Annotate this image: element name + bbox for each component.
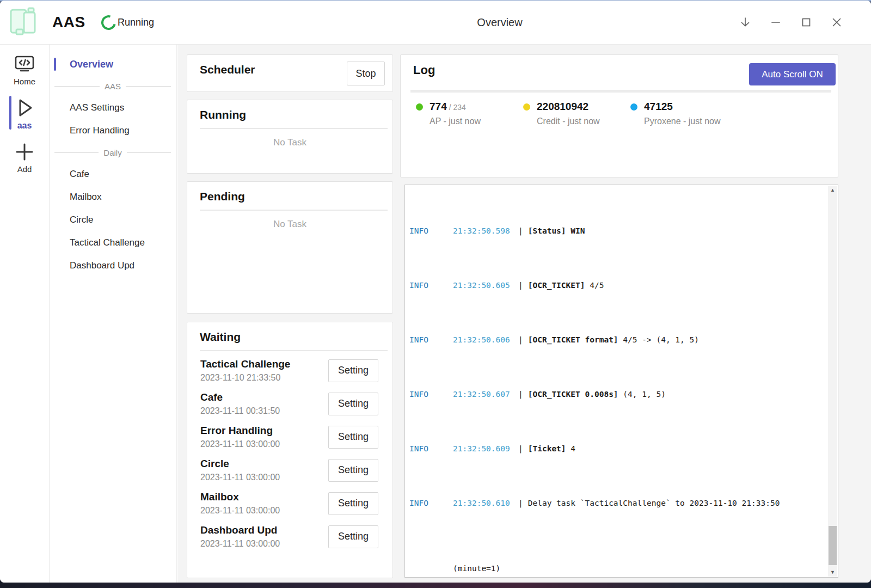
log-level: INFO	[409, 334, 453, 345]
log-line: INFO21:32:50.610|Delay task `TacticalCha…	[409, 498, 828, 509]
log-message: [Ticket] 4	[528, 444, 575, 453]
log-message: [Status] WIN	[528, 226, 585, 235]
waiting-task-next-run: 2023-11-11 03:00:00	[200, 473, 280, 482]
sidebar-item[interactable]: Mailbox	[50, 186, 176, 209]
card-divider	[410, 90, 831, 93]
log-console[interactable]: INFO21:32:50.598|[Status] WIN INFO21:32:…	[404, 185, 838, 578]
log-separator: |	[518, 498, 523, 509]
log-scrollbar[interactable]: ▲ ▼	[828, 186, 837, 577]
stat-text: 220810942 Credit - just now	[537, 101, 600, 126]
log-line-continuation: (minute=1)	[409, 563, 828, 574]
waiting-task-row: Tactical Challenge 2023-11-10 21:33:50 S…	[187, 354, 392, 387]
stat-dot-icon	[523, 103, 530, 111]
minimize-to-tray-button[interactable]	[738, 15, 753, 30]
resource-stat: 774/ 234 AP - just now	[416, 101, 523, 126]
play-icon	[0, 97, 49, 119]
scroll-up-arrow-icon[interactable]: ▲	[828, 187, 837, 193]
log-timestamp: 21:32:50.607	[453, 389, 512, 400]
waiting-task-row: Error Handling 2023-11-11 03:00:00 Setti…	[187, 420, 392, 454]
close-button[interactable]	[829, 15, 844, 30]
scroll-down-arrow-icon[interactable]: ▼	[828, 569, 837, 575]
waiting-task-next-run: 2023-11-11 03:00:00	[200, 539, 280, 549]
waiting-task-name: Error Handling	[200, 425, 280, 437]
log-line: INFO21:32:50.598|[Status] WIN	[409, 225, 828, 236]
main-content: Scheduler Stop Running No Task Pending N…	[177, 45, 871, 583]
waiting-task-row: Cafe 2023-11-11 00:31:50 Setting	[187, 387, 392, 420]
sidebar-item[interactable]: Error Handling	[50, 119, 176, 142]
rail-item-add[interactable]: Add	[0, 134, 49, 177]
setting-button[interactable]: Setting	[328, 492, 378, 515]
desktop: AAS Running Overview	[0, 0, 871, 588]
log-message: [OCR_TICKET 0.008s] (4, 1, 5)	[528, 390, 666, 399]
stat-value: 774	[430, 101, 447, 112]
app-logo-icon	[5, 5, 39, 39]
waiting-task-row: Circle 2023-11-11 03:00:00 Setting	[187, 454, 392, 487]
log-separator: |	[518, 443, 523, 454]
waiting-task-info: Tactical Challenge 2023-11-10 21:33:50	[200, 358, 290, 383]
log-segment: Delay task `TacticalChallenge` to 2023-1…	[528, 499, 780, 507]
log-level: INFO	[409, 280, 453, 291]
waiting-title: Waiting	[187, 322, 392, 344]
rail-item-label: Add	[0, 164, 49, 174]
log-separator: |	[518, 334, 523, 345]
log-output: INFO21:32:50.598|[Status] WIN INFO21:32:…	[406, 186, 828, 577]
waiting-task-name: Mailbox	[200, 491, 280, 503]
log-segment: 4/5	[585, 281, 604, 290]
waiting-task-row: Mailbox 2023-11-11 03:00:00 Setting	[187, 487, 392, 520]
log-segment: 4/5 -> (4, 1, 5)	[618, 335, 699, 344]
waiting-task-list: Tactical Challenge 2023-11-10 21:33:50 S…	[187, 351, 392, 553]
config-sidebar: Overview AAS AAS Settings Error Handling	[50, 45, 177, 583]
app-rail: Home aas Add	[0, 45, 50, 583]
log-separator: |	[518, 225, 523, 236]
sidebar-item[interactable]: Tactical Challenge	[50, 231, 176, 254]
sidebar-section-label: AAS	[105, 82, 121, 91]
setting-button[interactable]: Setting	[328, 359, 378, 382]
card-divider	[200, 210, 388, 211]
page-title: Overview	[477, 1, 522, 44]
auto-scroll-toggle-button[interactable]: Auto Scroll ON	[749, 63, 836, 85]
log-message: Delay task `TacticalChallenge` to 2023-1…	[528, 499, 780, 507]
log-separator: |	[518, 389, 523, 400]
waiting-task-name: Cafe	[200, 391, 280, 403]
divider-line	[54, 86, 100, 87]
setting-button[interactable]: Setting	[328, 525, 378, 548]
divider-line	[54, 152, 99, 153]
running-title: Running	[187, 100, 392, 121]
minimize-button[interactable]	[768, 15, 783, 30]
rail-item-home[interactable]: Home	[0, 47, 49, 89]
rail-item-label: Home	[0, 77, 49, 86]
rail-item-aas[interactable]: aas	[0, 89, 49, 134]
maximize-button[interactable]	[799, 15, 814, 30]
sidebar-item[interactable]: Dashboard Upd	[50, 254, 176, 277]
setting-button[interactable]: Setting	[328, 393, 378, 415]
stat-text: 47125 Pyroxene - just now	[644, 101, 721, 126]
setting-button[interactable]: Setting	[328, 459, 378, 482]
log-title: Log	[413, 63, 435, 77]
log-separator: |	[518, 280, 523, 291]
waiting-task-next-run: 2023-11-11 00:31:50	[200, 406, 280, 416]
waiting-task-name: Tactical Challenge	[200, 358, 290, 370]
setting-button[interactable]: Setting	[328, 426, 378, 449]
scrollbar-thumb[interactable]	[829, 526, 837, 565]
waiting-task-info: Dashboard Upd 2023-11-11 03:00:00	[200, 524, 280, 549]
running-status-label: Running	[118, 17, 154, 28]
log-line: INFO21:32:50.607|[OCR_TICKET 0.008s] (4,…	[409, 389, 828, 400]
stop-button[interactable]: Stop	[347, 62, 385, 85]
log-line: INFO21:32:50.606|[OCR_TICKET format] 4/5…	[409, 334, 828, 345]
sidebar-section-label: Daily	[103, 148, 121, 157]
waiting-task-name: Circle	[200, 458, 280, 470]
sidebar-item[interactable]: AAS Settings	[50, 96, 176, 119]
code-monitor-icon	[0, 55, 49, 75]
sidebar-item[interactable]: Cafe	[50, 163, 176, 186]
sidebar-item[interactable]: Overview	[50, 53, 176, 76]
sidebar-item[interactable]: Circle	[50, 209, 176, 231]
waiting-task-info: Cafe 2023-11-11 00:31:50	[200, 391, 280, 416]
stat-label: Credit - just now	[537, 117, 600, 126]
waiting-task-next-run: 2023-11-10 21:33:50	[200, 373, 290, 383]
waiting-card: Waiting Tactical Challenge 2023-11-10 21…	[187, 322, 393, 578]
app-window: AAS Running Overview	[0, 1, 871, 583]
pending-empty-text: No Task	[187, 219, 392, 230]
stat-value: 220810942	[537, 101, 588, 112]
sidebar-section-divider: AAS	[50, 76, 176, 96]
running-empty-text: No Task	[187, 137, 392, 148]
